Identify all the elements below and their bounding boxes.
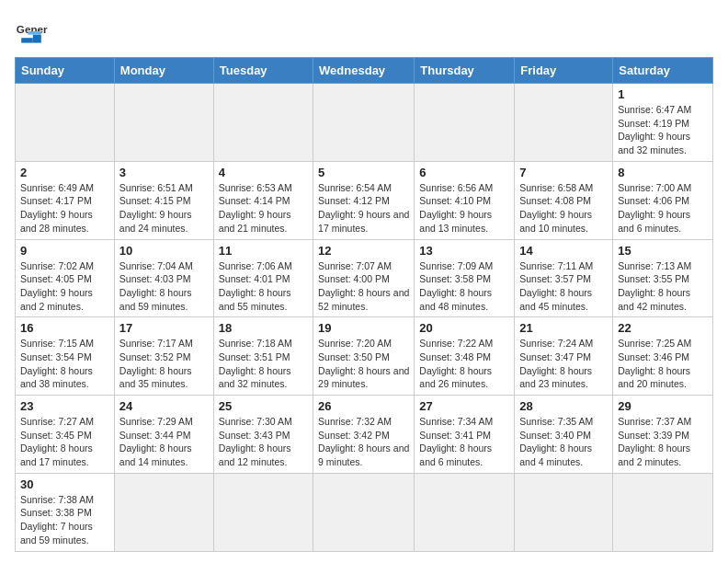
svg-marker-3 (28, 31, 40, 35)
calendar-week-row: 30Sunrise: 7:38 AM Sunset: 3:38 PM Dayli… (16, 473, 713, 551)
calendar-cell: 30Sunrise: 7:38 AM Sunset: 3:38 PM Dayli… (16, 473, 115, 551)
day-info: Sunrise: 7:11 AM Sunset: 3:57 PM Dayligh… (519, 259, 608, 314)
day-number: 22 (618, 321, 708, 335)
day-number: 27 (419, 399, 509, 413)
calendar-cell: 4Sunrise: 6:53 AM Sunset: 4:14 PM Daylig… (213, 161, 313, 239)
calendar-cell: 11Sunrise: 7:06 AM Sunset: 4:01 PM Dayli… (213, 239, 313, 317)
calendar-cell (114, 473, 213, 551)
calendar-cell: 10Sunrise: 7:04 AM Sunset: 4:03 PM Dayli… (114, 239, 213, 317)
calendar-cell: 9Sunrise: 7:02 AM Sunset: 4:05 PM Daylig… (16, 239, 115, 317)
svg-marker-1 (21, 38, 33, 42)
generalblue-logo-icon: General (15, 15, 48, 48)
calendar-cell (515, 84, 613, 162)
day-info: Sunrise: 7:38 AM Sunset: 3:38 PM Dayligh… (20, 493, 109, 547)
calendar-cell (313, 473, 415, 551)
day-info: Sunrise: 7:04 AM Sunset: 4:03 PM Dayligh… (119, 259, 209, 314)
day-number: 19 (318, 321, 409, 335)
day-info: Sunrise: 7:02 AM Sunset: 4:05 PM Dayligh… (20, 259, 109, 314)
day-number: 29 (618, 399, 708, 413)
day-info: Sunrise: 6:49 AM Sunset: 4:17 PM Dayligh… (20, 181, 109, 236)
day-info: Sunrise: 7:32 AM Sunset: 3:42 PM Dayligh… (318, 415, 409, 469)
calendar-header-thursday: Thursday (415, 58, 515, 84)
calendar-cell: 16Sunrise: 7:15 AM Sunset: 3:54 PM Dayli… (16, 317, 115, 396)
day-info: Sunrise: 6:47 AM Sunset: 4:19 PM Dayligh… (618, 103, 708, 157)
calendar-header-monday: Monday (114, 58, 213, 84)
calendar-cell: 24Sunrise: 7:29 AM Sunset: 3:44 PM Dayli… (114, 396, 213, 474)
day-number: 8 (618, 166, 708, 179)
calendar-cell: 18Sunrise: 7:18 AM Sunset: 3:51 PM Dayli… (213, 317, 313, 396)
calendar-cell: 20Sunrise: 7:22 AM Sunset: 3:48 PM Dayli… (415, 317, 515, 396)
day-number: 16 (20, 321, 109, 335)
day-info: Sunrise: 7:29 AM Sunset: 3:44 PM Dayligh… (119, 415, 209, 469)
day-info: Sunrise: 6:54 AM Sunset: 4:12 PM Dayligh… (318, 181, 409, 236)
calendar-cell: 28Sunrise: 7:35 AM Sunset: 3:40 PM Dayli… (515, 396, 613, 474)
day-info: Sunrise: 6:51 AM Sunset: 4:15 PM Dayligh… (119, 181, 209, 236)
day-info: Sunrise: 7:30 AM Sunset: 3:43 PM Dayligh… (219, 415, 308, 469)
day-info: Sunrise: 7:37 AM Sunset: 3:39 PM Dayligh… (618, 415, 708, 469)
calendar-week-row: 1Sunrise: 6:47 AM Sunset: 4:19 PM Daylig… (16, 84, 713, 162)
svg-marker-2 (33, 35, 41, 43)
day-info: Sunrise: 7:34 AM Sunset: 3:41 PM Dayligh… (419, 415, 509, 469)
day-number: 3 (119, 166, 209, 179)
calendar-header-sunday: Sunday (16, 58, 115, 84)
calendar-header-saturday: Saturday (613, 58, 713, 84)
calendar-table: SundayMondayTuesdayWednesdayThursdayFrid… (15, 57, 713, 552)
day-info: Sunrise: 7:20 AM Sunset: 3:50 PM Dayligh… (318, 337, 409, 391)
day-info: Sunrise: 7:18 AM Sunset: 3:51 PM Dayligh… (219, 337, 308, 391)
calendar-header-friday: Friday (515, 58, 613, 84)
calendar-cell: 23Sunrise: 7:27 AM Sunset: 3:45 PM Dayli… (16, 396, 115, 474)
calendar-cell (313, 84, 415, 162)
calendar-cell: 21Sunrise: 7:24 AM Sunset: 3:47 PM Dayli… (515, 317, 613, 396)
calendar-cell: 13Sunrise: 7:09 AM Sunset: 3:58 PM Dayli… (415, 239, 515, 317)
day-number: 24 (119, 399, 209, 413)
calendar-cell: 26Sunrise: 7:32 AM Sunset: 3:42 PM Dayli… (313, 396, 415, 474)
day-info: Sunrise: 7:15 AM Sunset: 3:54 PM Dayligh… (20, 337, 109, 391)
calendar-week-row: 9Sunrise: 7:02 AM Sunset: 4:05 PM Daylig… (16, 239, 713, 317)
day-info: Sunrise: 7:06 AM Sunset: 4:01 PM Dayligh… (219, 259, 308, 314)
day-info: Sunrise: 7:25 AM Sunset: 3:46 PM Dayligh… (618, 337, 708, 391)
header: General (15, 15, 713, 48)
day-info: Sunrise: 7:22 AM Sunset: 3:48 PM Dayligh… (419, 337, 509, 391)
day-info: Sunrise: 6:58 AM Sunset: 4:08 PM Dayligh… (519, 181, 608, 236)
day-info: Sunrise: 6:56 AM Sunset: 4:10 PM Dayligh… (419, 181, 509, 236)
calendar-header-wednesday: Wednesday (313, 58, 415, 84)
logo: General (15, 15, 53, 48)
day-number: 6 (419, 166, 509, 179)
calendar-cell: 1Sunrise: 6:47 AM Sunset: 4:19 PM Daylig… (613, 84, 713, 162)
day-number: 15 (618, 244, 708, 258)
day-number: 18 (219, 321, 308, 335)
calendar-cell (114, 84, 213, 162)
day-number: 20 (419, 321, 509, 335)
day-info: Sunrise: 7:17 AM Sunset: 3:52 PM Dayligh… (119, 337, 209, 391)
day-info: Sunrise: 7:24 AM Sunset: 3:47 PM Dayligh… (519, 337, 608, 391)
day-number: 1 (618, 87, 708, 101)
calendar-cell: 22Sunrise: 7:25 AM Sunset: 3:46 PM Dayli… (613, 317, 713, 396)
calendar-header-tuesday: Tuesday (213, 58, 313, 84)
calendar-cell: 5Sunrise: 6:54 AM Sunset: 4:12 PM Daylig… (313, 161, 415, 239)
day-info: Sunrise: 7:00 AM Sunset: 4:06 PM Dayligh… (618, 181, 708, 236)
calendar-cell: 15Sunrise: 7:13 AM Sunset: 3:55 PM Dayli… (613, 239, 713, 317)
calendar-cell: 27Sunrise: 7:34 AM Sunset: 3:41 PM Dayli… (415, 396, 515, 474)
calendar-cell: 25Sunrise: 7:30 AM Sunset: 3:43 PM Dayli… (213, 396, 313, 474)
calendar-cell: 2Sunrise: 6:49 AM Sunset: 4:17 PM Daylig… (16, 161, 115, 239)
day-number: 4 (219, 166, 308, 179)
day-number: 30 (20, 477, 109, 491)
day-number: 17 (119, 321, 209, 335)
day-number: 21 (519, 321, 608, 335)
calendar-week-row: 2Sunrise: 6:49 AM Sunset: 4:17 PM Daylig… (16, 161, 713, 239)
calendar-cell: 6Sunrise: 6:56 AM Sunset: 4:10 PM Daylig… (415, 161, 515, 239)
day-info: Sunrise: 7:09 AM Sunset: 3:58 PM Dayligh… (419, 259, 509, 314)
day-number: 26 (318, 399, 409, 413)
calendar-week-row: 23Sunrise: 7:27 AM Sunset: 3:45 PM Dayli… (16, 396, 713, 474)
calendar-cell (213, 473, 313, 551)
day-number: 9 (20, 244, 109, 258)
day-number: 2 (20, 166, 109, 179)
day-number: 7 (519, 166, 608, 179)
day-info: Sunrise: 7:35 AM Sunset: 3:40 PM Dayligh… (519, 415, 608, 469)
calendar-cell: 12Sunrise: 7:07 AM Sunset: 4:00 PM Dayli… (313, 239, 415, 317)
calendar-cell: 7Sunrise: 6:58 AM Sunset: 4:08 PM Daylig… (515, 161, 613, 239)
calendar-cell: 29Sunrise: 7:37 AM Sunset: 3:39 PM Dayli… (613, 396, 713, 474)
day-info: Sunrise: 7:07 AM Sunset: 4:00 PM Dayligh… (318, 259, 409, 314)
calendar-header-row: SundayMondayTuesdayWednesdayThursdayFrid… (16, 58, 713, 84)
calendar-cell (415, 473, 515, 551)
